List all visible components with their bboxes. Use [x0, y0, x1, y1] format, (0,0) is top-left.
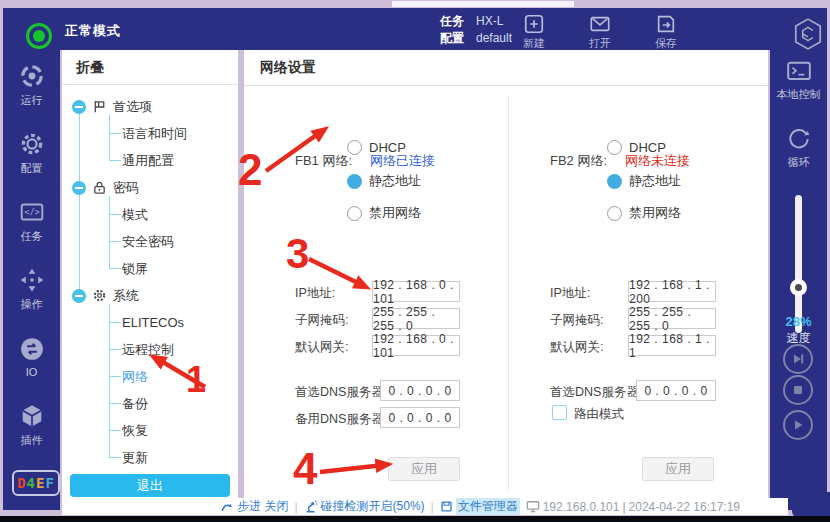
bottom-screen-edge — [0, 516, 830, 522]
collapse-minus-icon[interactable] — [72, 100, 86, 114]
fb1-ip-input[interactable]: 192 . 168 . 0 . 101 — [372, 281, 460, 302]
local-control-label: 本地控制 — [777, 87, 821, 102]
fb2-mask-input[interactable]: 255 . 255 . 255 . 0 — [628, 308, 716, 329]
tree-node-label: 更新 — [122, 449, 148, 467]
tree-collapse-header[interactable]: 折叠 — [62, 50, 238, 85]
fb1-gateway-input[interactable]: 192 . 168 . 0 . 101 — [372, 335, 460, 356]
step-mode-label: 步进 关闭 — [237, 498, 288, 515]
fb2-ip-input[interactable]: 192 . 168 . 1 . 200 — [628, 281, 716, 302]
exit-button[interactable]: 退出 — [70, 474, 230, 497]
step-mode-toggle[interactable]: 步进 关闭 — [220, 498, 288, 515]
tree-node-safety-password[interactable]: 安全密码 — [62, 228, 238, 255]
route-mode-checkbox[interactable] — [552, 405, 567, 420]
fb1-dns1-input[interactable]: 0 . 0 . 0 . 0 — [380, 380, 460, 401]
sidebar-item-label: 配置 — [21, 161, 43, 176]
preferences-flag-icon — [92, 99, 107, 114]
loop-label: 循环 — [788, 155, 810, 170]
fb1-dns1-label: 首选DNS服务器: — [295, 384, 387, 401]
sidebar-item-config[interactable]: 配置 — [3, 120, 60, 186]
safety-checksum-badge: D4EF — [12, 470, 60, 496]
file-manager-label: 文件管理器 — [456, 498, 520, 515]
status-divider: | — [431, 500, 434, 514]
speed-slider-track[interactable] — [795, 195, 802, 333]
radio-label: 禁用网络 — [629, 204, 681, 222]
tree-node-lock-screen[interactable]: 锁屏 — [62, 255, 238, 282]
tree-node-system[interactable]: 系统 — [62, 282, 238, 309]
mode-indicator-icon — [26, 23, 52, 49]
sidebar-item-plugin[interactable]: 插件 — [3, 392, 60, 458]
step-forward-button[interactable] — [783, 344, 813, 374]
sidebar-item-run[interactable]: 运行 — [3, 52, 60, 118]
fb1-dns2-input[interactable]: 0 . 0 . 0 . 0 — [380, 407, 460, 428]
tree-node-mode[interactable]: 模式 — [62, 201, 238, 228]
tree-node-remote-control[interactable]: 远程控制 — [62, 336, 238, 363]
tree-node-backup[interactable]: 备份 — [62, 390, 238, 417]
status-divider: | — [622, 500, 625, 514]
fb2-dns1-input[interactable]: 0 . 0 . 0 . 0 — [636, 380, 716, 401]
collapse-minus-icon[interactable] — [72, 289, 86, 303]
play-button[interactable] — [783, 410, 813, 440]
new-button-label: 新建 — [523, 36, 545, 51]
save-icon — [655, 13, 677, 35]
sidebar-item-operate[interactable]: 操作 — [3, 256, 60, 322]
stop-button[interactable] — [783, 375, 813, 405]
tree-node-preferences[interactable]: 首选项 — [62, 93, 238, 120]
left-nav-rail: 运行 配置 </> 任务 操作 IO 插件 D4EF — [3, 50, 60, 510]
sidebar-item-label: 运行 — [21, 93, 43, 108]
radio-selected-icon[interactable] — [607, 174, 622, 189]
sidebar-item-label: 插件 — [21, 433, 43, 448]
radio-icon[interactable] — [347, 140, 362, 155]
fb2-radio-dhcp[interactable]: DHCP — [607, 140, 666, 155]
lock-icon — [92, 180, 107, 195]
badge-char: D — [17, 475, 26, 491]
fb1-radio-disable[interactable]: 禁用网络 — [347, 204, 421, 222]
radio-label: DHCP — [629, 140, 666, 155]
file-manager-button[interactable]: 文件管理器 — [440, 498, 520, 515]
fb2-radio-disable[interactable]: 禁用网络 — [607, 204, 681, 222]
topbar: 正常模式 任务 HX-L 配置 default 新建 打开 保存 — [3, 8, 827, 50]
mode-label: 正常模式 — [65, 22, 121, 40]
sidebar-item-io[interactable]: IO — [3, 324, 60, 390]
fb1-mask-label: 子网掩码: — [295, 312, 348, 329]
loop-button[interactable]: 循环 — [770, 126, 827, 170]
fb1-mask-input[interactable]: 255 . 255 . 255 . 0 — [372, 308, 460, 329]
io-exchange-icon — [19, 336, 45, 362]
fb1-radio-static[interactable]: 静态地址 — [347, 172, 421, 190]
open-task-button[interactable]: 打开 — [569, 13, 631, 47]
tree-node-restore[interactable]: 恢复 — [62, 417, 238, 444]
tree-node-label: 远程控制 — [122, 341, 174, 359]
file-manager-icon — [440, 500, 453, 513]
tree-node-language-time[interactable]: 语言和时间 — [62, 120, 238, 147]
task-value: HX-L — [476, 14, 503, 29]
collapse-minus-icon[interactable] — [72, 181, 86, 195]
fb2-apply-button[interactable]: 应用 — [642, 457, 714, 481]
speed-slider-thumb[interactable] — [790, 279, 807, 296]
new-task-button[interactable]: 新建 — [503, 13, 565, 47]
move-arrows-icon — [19, 267, 45, 293]
run-icon — [19, 63, 45, 89]
save-task-button[interactable]: 保存 — [635, 13, 697, 47]
local-control-button[interactable]: 本地控制 — [770, 60, 827, 102]
tree-node-general-config[interactable]: 通用配置 — [62, 147, 238, 174]
fb1-radio-dhcp[interactable]: DHCP — [347, 140, 406, 155]
sidebar-item-task[interactable]: </> 任务 — [3, 188, 60, 254]
fb2-radio-static[interactable]: 静态地址 — [607, 172, 681, 190]
tree-node-network[interactable]: 网络 — [62, 363, 238, 390]
fb2-dns1-label: 首选DNS服务器: — [550, 384, 642, 401]
fb1-apply-button[interactable]: 应用 — [388, 457, 460, 481]
fb2-gateway-input[interactable]: 192 . 168 . 1 . 1 — [628, 335, 716, 356]
collision-detect-toggle[interactable]: 碰撞检测开启(50%) — [304, 498, 425, 515]
annotation-number-1: 1 — [186, 362, 206, 398]
radio-icon[interactable] — [607, 140, 622, 155]
radio-selected-icon[interactable] — [347, 174, 362, 189]
radio-icon[interactable] — [607, 206, 622, 221]
tree-node-update[interactable]: 更新 — [62, 444, 238, 471]
tree-node-label: 锁屏 — [122, 260, 148, 278]
route-mode-label: 路由模式 — [574, 406, 624, 423]
radio-icon[interactable] — [347, 206, 362, 221]
tree-node-label: ELITECOs — [122, 315, 184, 330]
tree-node-elitecos[interactable]: ELITECOs — [62, 309, 238, 336]
tree-node-label: 密码 — [113, 179, 139, 197]
tree-node-password[interactable]: 密码 — [62, 174, 238, 201]
network-settings-panel: 网络设置 FB1 网络: 网络已连接 DHCP 静态地址 禁用网络 IP地址: … — [244, 50, 768, 500]
